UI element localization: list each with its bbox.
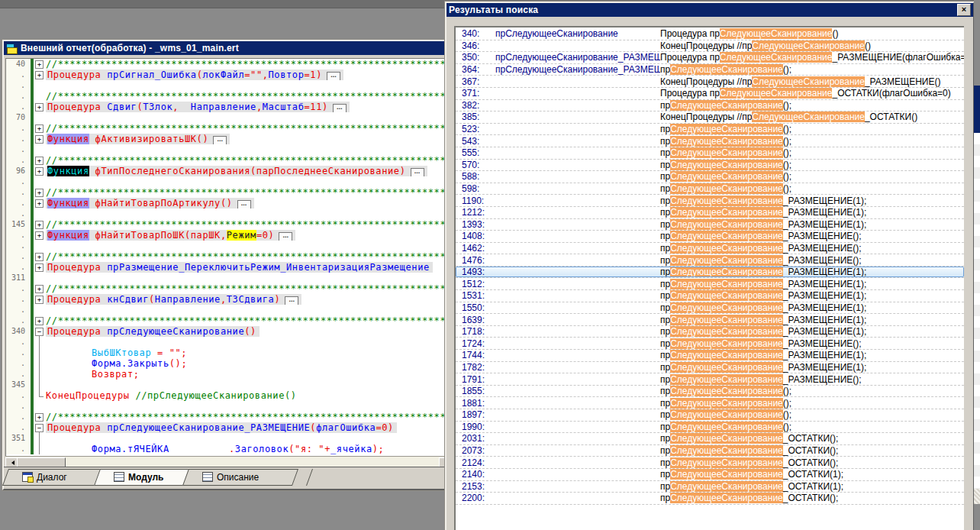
code-line[interactable]: .+Процедура Сдвиг(ТЗлок, Направление,Мас… — [6, 102, 450, 112]
code-line[interactable]: .Форма.Закрыть(); — [6, 358, 450, 369]
code-line[interactable]: .+//************************************… — [6, 315, 450, 326]
code-line[interactable]: . — [6, 241, 450, 251]
search-result-row[interactable]: 555:прСледующееСканирование(); — [456, 147, 964, 160]
expand-procedure-button[interactable]: ... — [411, 168, 424, 176]
search-result-row[interactable]: 350:прСледующееСканирование_РАЗМЕЩЕНИЕПр… — [456, 52, 964, 64]
expand-procedure-button[interactable]: ... — [327, 72, 340, 80]
search-result-row[interactable]: 2140:прСледующееСканирование_ОСТАТКИ(1); — [456, 469, 964, 481]
search-result-row[interactable]: 2073:прСледующееСканирование_ОСТАТКИ(); — [456, 445, 964, 457]
code-line[interactable]: .ВыбШКтовар = ""; — [6, 347, 450, 358]
code-line[interactable]: .+//************************************… — [6, 155, 450, 166]
code-line[interactable]: .−Процедура прСледующееСканирование_РАЗМ… — [6, 422, 450, 433]
code-line[interactable]: .Форма.тЯЧЕЙКА .Заголовок("я: "+_ячейка)… — [6, 444, 450, 454]
code-line[interactable]: .+Процедура прСигнал_Ошибка(локФайл="",П… — [6, 69, 450, 80]
search-result-row[interactable]: 371:Процедура прСледующееСканирование_ОС… — [456, 88, 964, 100]
search-result-row[interactable]: 543:прСледующееСканирование(); — [456, 135, 964, 147]
code-line[interactable]: 96+Функция фТипПоследнегоСканирования(па… — [6, 166, 450, 176]
code-line[interactable]: 40+//***********************************… — [6, 59, 450, 69]
fold-plus-icon[interactable]: + — [34, 315, 46, 326]
fold-plus-icon[interactable]: + — [34, 230, 46, 241]
code-line[interactable]: 311 — [6, 273, 450, 283]
fold-plus-icon[interactable]: + — [34, 198, 46, 208]
fold-plus-icon[interactable]: + — [34, 69, 46, 80]
search-result-row[interactable]: 1393:прСледующееСканирование_РАЗМЕЩЕНИЕ(… — [456, 219, 964, 231]
code-line[interactable]: . — [6, 208, 450, 219]
code-line[interactable]: .+//************************************… — [6, 187, 450, 198]
search-result-row[interactable]: 1550:прСледующееСканирование_РАЗМЕЩЕНИЕ(… — [456, 302, 964, 315]
search-result-row[interactable]: 1212:прСледующееСканирование_РАЗМЕЩЕНИЕ(… — [456, 207, 964, 219]
fold-plus-icon[interactable]: + — [34, 219, 46, 230]
fold-plus-icon[interactable]: + — [34, 134, 46, 144]
fold-plus-icon[interactable]: + — [34, 412, 46, 422]
code-line[interactable]: .Возврат; — [6, 369, 450, 380]
fold-plus-icon[interactable]: + — [34, 187, 46, 198]
expand-procedure-button[interactable]: ... — [333, 104, 347, 112]
code-line[interactable]: .+//************************************… — [6, 251, 450, 262]
code-line[interactable]: .+Процедура кнСдвиг(Направление,ТЗСдвига… — [6, 294, 450, 305]
search-result-row[interactable]: 367:КонецПроцедуры //прСледующееСканиров… — [456, 76, 964, 88]
search-results-list[interactable]: 340:прСледующееСканированиеПроцедура прС… — [454, 26, 964, 530]
code-editor[interactable]: 40+//***********************************… — [5, 58, 451, 457]
code-line[interactable]: . — [6, 401, 450, 412]
code-line[interactable]: .+Функция фАктивизироватьШК()... — [6, 134, 450, 144]
search-result-row[interactable]: 1744:прСледующееСканирование_РАЗМЕЩЕНИЕ(… — [456, 350, 964, 362]
fold-plus-icon[interactable]: + — [34, 155, 46, 166]
tab-description[interactable]: Описание — [185, 469, 295, 486]
fold-plus-icon[interactable]: + — [34, 251, 46, 262]
search-result-row[interactable]: 340:прСледующееСканированиеПроцедура прС… — [456, 28, 964, 40]
search-result-row[interactable]: 1190:прСледующееСканирование_РАЗМЕЩЕНИЕ(… — [456, 195, 964, 207]
code-line[interactable]: . — [6, 337, 450, 347]
search-result-row[interactable]: 346:КонецПроцедуры //прСледующееСканиров… — [456, 40, 964, 53]
horizontal-scrollbar[interactable] — [5, 456, 451, 467]
code-line[interactable]: . — [6, 176, 450, 187]
fold-plus-icon[interactable]: + — [34, 166, 46, 176]
code-line[interactable]: . — [6, 80, 450, 91]
search-result-row[interactable]: 385:КонецПроцедуры //прСледующееСканиров… — [456, 111, 964, 124]
code-line[interactable]: .+Функция фНайтиТоварПоАртикулу()... — [6, 198, 450, 208]
search-result-row[interactable]: 1476:прСледующееСканирование_РАЗМЕЩЕНИЕ(… — [456, 254, 964, 267]
search-result-row[interactable]: 1408:прСледующееСканирование_РАЗМЕЩЕНИЕ(… — [456, 231, 964, 243]
search-result-row[interactable]: 1897:прСледующееСканирование(); — [456, 409, 964, 422]
fold-plus-icon[interactable]: + — [34, 102, 46, 112]
search-result-row[interactable]: 2031:прСледующееСканирование_ОСТАТКИ(); — [456, 433, 964, 445]
expand-procedure-button[interactable]: ... — [213, 136, 227, 144]
fold-minus-icon[interactable]: − — [34, 326, 46, 337]
code-line[interactable]: .+Функция фНайтиТоварПоШК(парШК,Режим=0)… — [6, 230, 450, 241]
code-line[interactable]: . — [6, 144, 450, 155]
expand-procedure-button[interactable]: ... — [279, 232, 292, 241]
code-line[interactable]: .+//************************************… — [6, 283, 450, 294]
search-result-row[interactable]: 570:прСледующееСканирование(); — [456, 160, 964, 172]
code-line[interactable]: 70 — [6, 112, 450, 123]
search-result-row[interactable]: 364:прСледующееСканирование_РАЗМЕЩЕНИЕпр… — [456, 64, 964, 76]
code-line[interactable]: 351 — [6, 433, 450, 444]
fold-plus-icon[interactable]: + — [34, 59, 46, 69]
search-result-row[interactable]: 1512:прСледующееСканирование_РАЗМЕЩЕНИЕ(… — [456, 278, 964, 290]
code-line[interactable]: .+Процедура прРазмещение_ПереключитьРежи… — [6, 262, 450, 273]
search-result-row[interactable]: 1990:прСледующееСканирование(); — [456, 422, 964, 434]
module-editor-titlebar[interactable]: Внешний отчет(обработка) - _wms_01_main.… — [4, 41, 453, 55]
fold-plus-icon[interactable]: + — [34, 262, 46, 273]
search-result-row[interactable]: 1855:прСледующееСканирование(); — [456, 386, 964, 398]
search-result-row[interactable]: 1493:прСледующееСканирование_РАЗМЕЩЕНИЕ(… — [456, 267, 964, 279]
search-result-row[interactable]: 1639:прСледующееСканирование_РАЗМЕЩЕНИЕ(… — [456, 314, 964, 326]
expand-procedure-button[interactable]: ... — [237, 200, 251, 208]
code-line[interactable]: . — [6, 305, 450, 315]
search-result-row[interactable]: 1718:прСледующееСканирование_РАЗМЕЩЕНИЕ(… — [456, 326, 964, 338]
code-line[interactable]: .КонецПроцедуры //прСледующееСканировани… — [6, 390, 450, 401]
close-icon[interactable]: × — [957, 4, 971, 16]
code-line[interactable]: 345 — [6, 380, 450, 390]
search-result-row[interactable]: 1782:прСледующееСканирование_РАЗМЕЩЕНИЕ(… — [456, 362, 964, 374]
fold-plus-icon[interactable]: + — [34, 283, 46, 294]
search-result-row[interactable]: 1791:прСледующееСканирование_РАЗМЕЩЕНИЕ(… — [456, 373, 964, 386]
code-line[interactable]: 340−Процедура прСледующееСканирование() — [6, 326, 450, 337]
search-result-row[interactable]: 1462:прСледующееСканирование_РАЗМЕЩЕНИЕ(… — [456, 243, 964, 255]
search-result-row[interactable]: 2124:прСледующееСканирование_ОСТАТКИ(); — [456, 457, 964, 469]
expand-procedure-button[interactable]: ... — [285, 296, 298, 305]
code-line[interactable]: 145+//**********************************… — [6, 219, 450, 230]
code-line[interactable]: .+//************************************… — [6, 412, 450, 422]
search-result-row[interactable]: 598:прСледующееСканирование(); — [456, 183, 964, 196]
search-result-row[interactable]: 523:прСледующееСканирование(); — [456, 124, 964, 136]
code-line[interactable]: .//*************************************… — [6, 91, 450, 102]
search-result-row[interactable]: 1531:прСледующееСканирование_РАЗМЕЩЕНИЕ(… — [456, 290, 964, 302]
search-result-row[interactable]: 2153:прСледующееСканирование_ОСТАТКИ(1); — [456, 481, 964, 493]
